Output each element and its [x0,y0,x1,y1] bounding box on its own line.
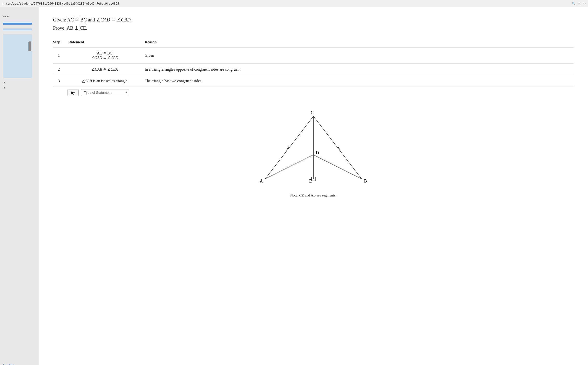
prove-ab-overline: AB [67,25,73,31]
label-e: E [309,179,312,183]
prove-perp: ⊥ [75,25,80,31]
type-dropdown-wrapper: Type of Statement [81,89,129,96]
prove-period: . [86,25,87,31]
proof-table: Step Statement Reason 1 AC ≅ BC ∠CAD ≅ ∠… [53,38,574,99]
sidebar-light-bar [3,28,32,30]
col-header-reason: Reason [145,38,574,48]
table-row: 1 AC ≅ BC ∠CAD ≅ ∠CBD Given [53,48,574,64]
label-a: A [260,179,263,183]
note-ce: CE [299,193,304,197]
ac-overline: AC [97,51,102,55]
sidebar: ence ▲ ▼ Log Out [0,7,39,365]
sidebar-up-arrow[interactable]: ▲ [0,80,9,85]
table-row: 3 △CAB is an isosceles triangle The tria… [53,75,574,87]
note-label: Note: [290,193,298,197]
given-bc-overline: BC [80,17,87,22]
sidebar-scroll-thumb[interactable] [28,42,31,51]
type-of-statement-dropdown[interactable]: Type of Statement [81,89,129,96]
top-icons: 🔍 ☆ ▭ [572,2,586,5]
given-and: and [88,17,96,22]
given-angle2: ∠CBD [117,17,131,22]
prove-ce: CE [80,25,86,31]
given-text: Given: AC ≅ BC and ∠CAD ≅ ∠CBD. [53,17,574,23]
step-3: 3 [53,75,68,87]
prove-ce-overline: CE [80,25,86,31]
try-row: try Type of Statement [53,87,574,99]
step-2: 2 [53,64,68,75]
svg-line-1 [265,116,313,179]
note-suffix: are segments. [316,193,336,197]
diagram-section: C A B E D Note: CE and AB are segments. [53,104,574,197]
sidebar-down-arrow[interactable]: ▼ [0,85,9,91]
reason-2: In a triangle, angles opposite of congru… [145,64,574,75]
note-ab: AB [311,193,316,197]
try-statement-cell: try Type of Statement [68,87,145,99]
note-and: and [305,193,310,197]
table-header-row: Step Statement Reason [53,38,574,48]
col-header-statement: Statement [68,38,145,48]
note-text: Note: CE and AB are segments. [290,193,336,197]
given-angle1: ∠CAD [96,17,110,22]
given-section: Given: AC ≅ BC and ∠CAD ≅ ∠CBD. Prove: A… [53,17,574,31]
statement-3: △CAB is an isosceles triangle [68,75,145,87]
given-label: Given: [53,17,66,22]
svg-line-2 [313,116,362,179]
url-bar: h.com/app/student/3476811/23648238/c40e1… [0,0,588,7]
try-reason-cell [145,87,574,99]
prove-text: Prove: AB ⊥ CE. [53,25,574,31]
label-b: B [364,179,367,183]
prove-ab: AB [67,25,73,31]
logout-link[interactable]: Log Out [3,364,14,365]
given-bc: BC [80,17,87,22]
prove-label: Prove: [53,25,66,31]
given-period: . [131,17,132,22]
svg-line-5 [313,155,362,179]
table-row: 2 ∠CAB ≅ ∠CBA In a triangle, angles oppo… [53,64,574,75]
given-ac-overline: AC [67,17,74,22]
given-cong1: ≅ [75,17,80,22]
url-text: h.com/app/student/3476811/23648238/c40e1… [2,2,119,5]
reason-3: The triangle has two congruent sides [145,75,574,87]
search-icon[interactable]: 🔍 [572,2,575,5]
try-button[interactable]: try [68,89,79,96]
geometry-diagram: C A B E D [251,104,376,191]
given-cong2: ≅ [111,17,117,22]
statement-2: ∠CAB ≅ ∠CBA [68,64,145,75]
bookmark-icon[interactable]: ☆ [578,2,581,5]
svg-line-4 [265,155,313,179]
given-ac: AC [67,17,74,22]
main-content: Given: AC ≅ BC and ∠CAD ≅ ∠CBD. Prove: A… [39,7,588,365]
step-1: 1 [53,48,68,64]
try-step-cell [53,87,68,99]
sidebar-label: ence [0,12,12,21]
statement-1: AC ≅ BC ∠CAD ≅ ∠CBD [68,48,145,64]
tab-icon[interactable]: ▭ [583,2,586,5]
label-d: D [316,150,319,155]
col-header-step: Step [53,38,68,48]
label-c: C [310,110,313,115]
sidebar-scroll-box[interactable] [3,34,32,78]
reason-1: Given [145,48,574,64]
bc-overline: BC [107,51,112,55]
sidebar-progress-bar [3,23,32,25]
